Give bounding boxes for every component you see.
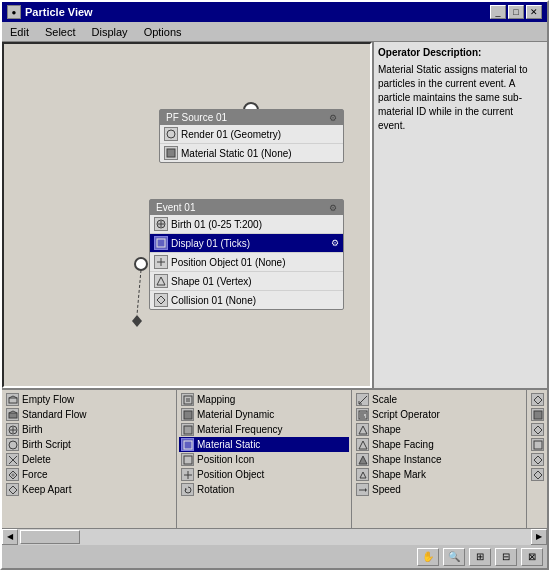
- rotation-icon: [181, 483, 194, 496]
- op-delete[interactable]: Delete: [4, 452, 174, 467]
- op-keep-apart[interactable]: Keep Apart: [4, 482, 174, 497]
- svg-rect-10: [157, 239, 165, 247]
- event-title: Event 01 ⚙: [150, 200, 343, 215]
- event-row-shape[interactable]: Shape 01 (Vertex): [150, 272, 343, 291]
- position-object-icon: [181, 468, 194, 481]
- menu-select[interactable]: Select: [41, 25, 80, 39]
- op-birth-script-label: Birth Script: [22, 439, 71, 450]
- svg-marker-53: [534, 396, 542, 404]
- op-shape[interactable]: Shape: [354, 422, 524, 437]
- position-icon: [154, 255, 168, 269]
- op-position-object-label: Position Object: [197, 469, 264, 480]
- mapping-icon: [181, 393, 194, 406]
- h-scrollbar: ◀ ▶: [2, 528, 547, 544]
- op-scale[interactable]: Scale: [354, 392, 524, 407]
- zoom-tool-button[interactable]: 🔍: [443, 548, 465, 566]
- close-view-button[interactable]: ⊠: [521, 548, 543, 566]
- hand-tool-button[interactable]: ✋: [417, 548, 439, 566]
- speed-icon: [356, 483, 369, 496]
- op-position-icon[interactable]: Position Icon: [179, 452, 349, 467]
- scroll-thumb[interactable]: [20, 530, 80, 544]
- event-row-position[interactable]: Position Object 01 (None): [150, 253, 343, 272]
- event-label: Event 01: [156, 202, 195, 213]
- event-row-collision[interactable]: Collision 01 (None): [150, 291, 343, 309]
- op-shape-facing[interactable]: Shape Facing: [354, 437, 524, 452]
- shape-op-icon: [356, 423, 369, 436]
- svg-rect-54: [534, 411, 542, 419]
- birth-op-icon: [6, 423, 19, 436]
- pf-source-label: PF Source 01: [166, 112, 227, 123]
- collision-icon: [154, 293, 168, 307]
- maximize-button[interactable]: □: [508, 5, 524, 19]
- close-button[interactable]: ✕: [526, 5, 542, 19]
- col4-icon1: [531, 393, 544, 406]
- menu-display[interactable]: Display: [88, 25, 132, 39]
- pf-source-node[interactable]: PF Source 01 ⚙ Render 01 (Geometry) Mate…: [159, 109, 344, 163]
- op-birth[interactable]: Birth: [4, 422, 174, 437]
- display-gear-icon[interactable]: ⚙: [331, 238, 339, 248]
- scroll-track[interactable]: [18, 529, 531, 545]
- display-icon: [154, 236, 168, 250]
- op-birth-script[interactable]: Birth Script: [4, 437, 174, 452]
- maximize-view-button[interactable]: ⊞: [469, 548, 491, 566]
- op-shape-instance[interactable]: Shape Instance: [354, 452, 524, 467]
- svg-point-2: [135, 258, 147, 270]
- op-col4-item6[interactable]: [529, 467, 545, 482]
- pf-source-title: PF Source 01 ⚙: [160, 110, 343, 125]
- op-col4-item5[interactable]: [529, 452, 545, 467]
- svg-line-4: [137, 270, 141, 315]
- svg-rect-30: [184, 396, 192, 404]
- op-material-static[interactable]: Material Static: [179, 437, 349, 452]
- op-position-object[interactable]: Position Object: [179, 467, 349, 482]
- op-col4-item4[interactable]: [529, 437, 545, 452]
- minimize-view-button[interactable]: ⊟: [495, 548, 517, 566]
- op-col4-item2[interactable]: [529, 407, 545, 422]
- svg-marker-50: [360, 472, 366, 478]
- event-gear-icon[interactable]: ⚙: [329, 203, 337, 213]
- render-icon: [164, 127, 178, 141]
- op-rotation-label: Rotation: [197, 484, 234, 495]
- op-material-static-label: Material Static: [197, 439, 260, 450]
- svg-marker-55: [534, 426, 542, 434]
- op-material-dynamic[interactable]: Material Dynamic: [179, 407, 349, 422]
- op-col4-item1[interactable]: [529, 392, 545, 407]
- svg-rect-33: [184, 411, 192, 419]
- pf-source-material-label: Material Static 01 (None): [181, 148, 292, 159]
- scroll-left-button[interactable]: ◀: [2, 529, 18, 545]
- shape-instance-icon: [356, 453, 369, 466]
- menu-edit[interactable]: Edit: [6, 25, 33, 39]
- op-material-dynamic-label: Material Dynamic: [197, 409, 274, 420]
- op-keep-apart-label: Keep Apart: [22, 484, 71, 495]
- minimize-button[interactable]: _: [490, 5, 506, 19]
- op-force[interactable]: Force: [4, 467, 174, 482]
- op-speed[interactable]: Speed: [354, 482, 524, 497]
- op-mapping-label: Mapping: [197, 394, 235, 405]
- op-shape-mark[interactable]: Shape Mark: [354, 467, 524, 482]
- main-viewport[interactable]: PF Source 01 ⚙ Render 01 (Geometry) Mate…: [2, 42, 372, 388]
- svg-rect-15: [9, 398, 17, 403]
- operator-list: Empty Flow Standard Flow Birth: [2, 388, 547, 528]
- menu-options[interactable]: Options: [140, 25, 186, 39]
- op-material-frequency[interactable]: Material Frequency: [179, 422, 349, 437]
- op-col4-item3[interactable]: [529, 422, 545, 437]
- scroll-right-button[interactable]: ▶: [531, 529, 547, 545]
- event-row-birth[interactable]: Birth 01 (0-25 T:200): [150, 215, 343, 234]
- svg-point-24: [9, 441, 17, 449]
- operator-column-3: Scale Script Operator Shape: [352, 390, 527, 528]
- event-row-display[interactable]: Display 01 (Ticks) ⚙: [150, 234, 343, 253]
- op-empty-flow[interactable]: Empty Flow: [4, 392, 174, 407]
- operator-desc-title: Operator Description:: [378, 46, 543, 60]
- svg-marker-39: [185, 488, 187, 491]
- op-mapping[interactable]: Mapping: [179, 392, 349, 407]
- event-node[interactable]: Event 01 ⚙ Birth 01 (0-25 T:200): [149, 199, 344, 310]
- op-standard-flow[interactable]: Standard Flow: [4, 407, 174, 422]
- pf-source-row-material[interactable]: Material Static 01 (None): [160, 144, 343, 162]
- pf-source-gear-icon[interactable]: ⚙: [329, 113, 337, 123]
- operator-column-2: Mapping Material Dynamic Material Freque…: [177, 390, 352, 528]
- birth-icon: [154, 217, 168, 231]
- op-script-operator[interactable]: Script Operator: [354, 407, 524, 422]
- pf-source-row-render[interactable]: Render 01 (Geometry): [160, 125, 343, 144]
- col4-icon6: [531, 468, 544, 481]
- op-rotation[interactable]: Rotation: [179, 482, 349, 497]
- svg-marker-13: [157, 277, 165, 285]
